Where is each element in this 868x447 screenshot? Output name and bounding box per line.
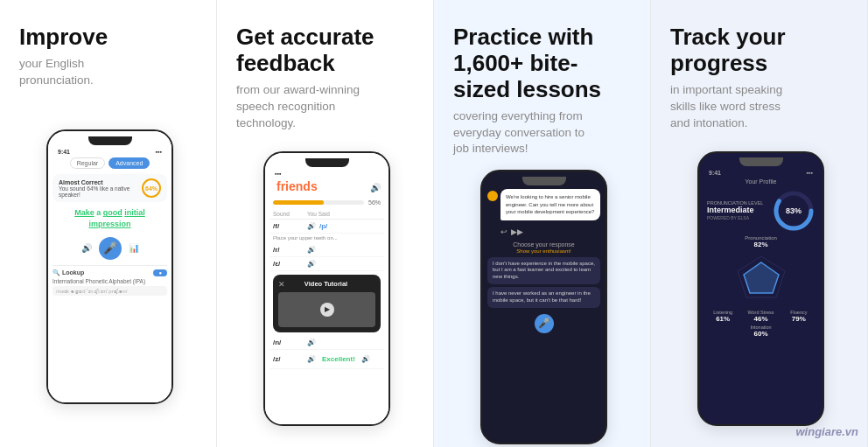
- panel3-title: Practice with 1,600+ bite-sized lessons: [453, 24, 634, 103]
- phrase-text: Make a good initialimpression: [52, 207, 167, 229]
- audio-row: ↩ ▶▶: [487, 227, 600, 236]
- phone-notch-3: [522, 177, 566, 185]
- panel2-title: Get accurate feedback: [236, 24, 417, 77]
- chat-row-1: We're looking to hire a senior mobile en…: [487, 189, 600, 223]
- avatar-user: [487, 191, 498, 201]
- phone-mockup-1: 9:41 ▪▪▪ Regular Advanced Almost Correct…: [46, 129, 173, 404]
- stat-listening: Listening 61%: [705, 310, 740, 323]
- close-icon[interactable]: ✕: [278, 280, 285, 289]
- phoneme-row-3: /ε/ 🔊: [270, 257, 384, 271]
- phone-screen-3: We're looking to hire a senior mobile en…: [482, 171, 606, 443]
- mic-row-3: 🎤: [487, 311, 600, 333]
- audio-icon[interactable]: 🔊: [370, 183, 381, 192]
- icon-small-left: 🔊: [81, 243, 92, 253]
- phone-notch-1: [88, 136, 132, 145]
- audio-icon-row5[interactable]: 🔊: [307, 355, 316, 363]
- phone-screen-1: 9:41 ▪▪▪ Regular Advanced Almost Correct…: [48, 131, 172, 402]
- replay-icon[interactable]: ↩: [500, 227, 508, 236]
- progress-bar-fill: [273, 200, 324, 205]
- panel3-subtitle: covering everything from everyday conver…: [453, 108, 584, 158]
- mic-button-3[interactable]: 🎤: [535, 314, 554, 333]
- word-row: friends 🔊: [270, 179, 384, 199]
- status-bar-2: ▪▪▪: [270, 171, 384, 179]
- panel-practice: Practice with 1,600+ bite-sized lessons …: [434, 0, 651, 447]
- pentagon-svg: [731, 252, 792, 304]
- phone-notch-2: [305, 158, 349, 167]
- phoneme-row-5: /z/ 🔊 Excellent! 🔊: [270, 350, 384, 369]
- phone-mockup-3: We're looking to hire a senior mobile en…: [480, 170, 607, 444]
- stats-grid: Listening 61% Word Stress 46% Fluency 79…: [704, 310, 818, 323]
- mic-row: 🔊 🎤 📊: [52, 237, 167, 260]
- progress-bar-bg: [273, 200, 364, 205]
- table-header: Sound You Said: [270, 211, 384, 220]
- chat-bubble-1: We're looking to hire a senior mobile en…: [500, 189, 600, 220]
- tab-regular[interactable]: Regular: [70, 157, 106, 169]
- play-button[interactable]: ▶: [320, 303, 334, 317]
- level-section: PRONUNCIATION LEVEL Intermediate POWERED…: [704, 190, 818, 232]
- video-tutorial-overlay: ✕ Video Tutorial ▶: [273, 275, 381, 332]
- pronunciation-stat: Pronunciation 82%: [704, 235, 818, 248]
- progress-row: 56%: [270, 199, 384, 206]
- tab-advanced[interactable]: Advanced: [108, 157, 150, 169]
- audio-icon-chat[interactable]: ▶▶: [511, 227, 523, 236]
- phone-notch-4: [739, 157, 783, 166]
- choice-option-1[interactable]: I don't have experience in the mobile sp…: [487, 257, 600, 284]
- svg-marker-3: [744, 262, 779, 293]
- icon-small-right: 📊: [129, 243, 139, 253]
- choice-section: Choose your response Show your enthusias…: [487, 241, 600, 257]
- stat-intonation: Intonation 60%: [750, 325, 771, 338]
- stat-fluency: Fluency 79%: [781, 310, 816, 323]
- score-circle: 64%: [142, 178, 161, 198]
- phoneme-row-1: /f/ 🔊 /p/: [270, 220, 384, 234]
- stat-word-stress: Word Stress 46%: [743, 310, 778, 323]
- status-bar-4: 9:41 ▪▪▪: [704, 170, 818, 178]
- phoneme-row-4: /n/ 🔊: [270, 336, 384, 350]
- audio-icon-row[interactable]: 🔊: [307, 222, 316, 230]
- stats-row-bottom: Intonation 60%: [704, 325, 818, 338]
- panel1-title: Improve: [19, 24, 108, 51]
- phone-mockup-2: ▪▪▪ friends 🔊 56% Sound You Said: [263, 151, 390, 426]
- panel-feedback: Get accurate feedback from our award-win…: [217, 0, 434, 447]
- audio-icon-row3[interactable]: 🔊: [307, 260, 316, 268]
- panel-improve: Improve your English pronunciation. 9:41…: [0, 0, 217, 447]
- circle-chart: 83%: [773, 190, 815, 232]
- choice-option-2[interactable]: I have never worked as an engineer in th…: [487, 287, 600, 308]
- audio-icon-row5b[interactable]: 🔊: [361, 355, 370, 363]
- watermark: wingiare.vn: [795, 425, 858, 438]
- panel4-subtitle: in important speaking skills like word s…: [670, 82, 782, 132]
- panel4-title: Track your progress: [670, 24, 851, 77]
- video-thumbnail[interactable]: ▶: [278, 292, 375, 327]
- status-bar-1: 9:41 ▪▪▪: [52, 149, 167, 157]
- phone-screen-4: 9:41 ▪▪▪ Your Profile PRONUNCIATION LEVE…: [699, 153, 822, 424]
- panel-track: Track your progress in important speakin…: [651, 0, 868, 447]
- pentagon-chart: [704, 252, 818, 304]
- phone-mockup-4: 9:41 ▪▪▪ Your Profile PRONUNCIATION LEVE…: [697, 151, 824, 426]
- score-card: Almost Correct You sound 64% like a nati…: [52, 174, 167, 202]
- audio-icon-row2[interactable]: 🔊: [307, 246, 316, 254]
- p1-tabs: Regular Advanced: [52, 157, 167, 169]
- audio-icon-row4[interactable]: 🔊: [307, 339, 316, 346]
- mic-button[interactable]: 🎤: [99, 237, 122, 260]
- phoneme-row-2: /r/ 🔊: [270, 243, 384, 257]
- phone-screen-2: ▪▪▪ friends 🔊 56% Sound You Said: [265, 153, 388, 424]
- panel1-subtitle: your English pronunciation.: [19, 56, 94, 89]
- lookup-section: 🔍 Lookup ● International Phonetic Alphab…: [52, 265, 167, 296]
- panel2-subtitle: from our award-winning speech recognitio…: [236, 82, 360, 132]
